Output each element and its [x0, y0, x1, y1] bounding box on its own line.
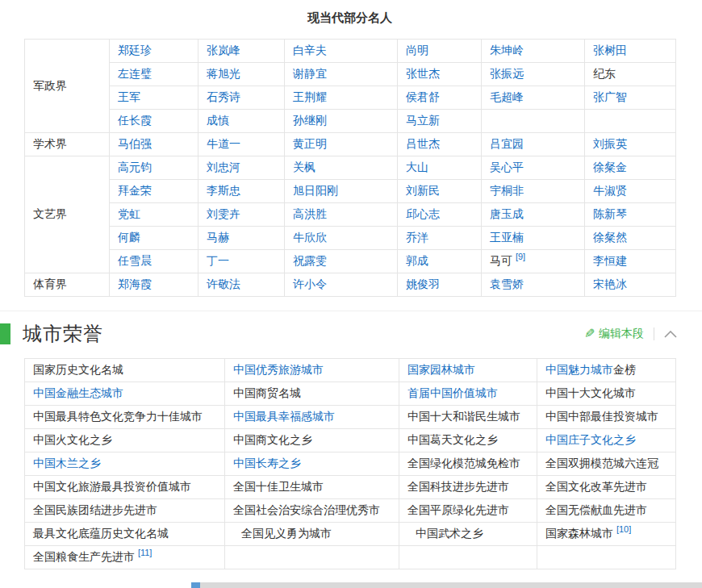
person-link[interactable]: 大山 [406, 161, 428, 173]
person-link[interactable]: 何麟 [118, 231, 140, 244]
honor-text: 中国火文化之乡 [33, 433, 112, 446]
person-link[interactable]: 王亚楠 [490, 231, 524, 244]
honor-link[interactable]: 首届中国价值城市 [407, 386, 498, 399]
partial-gray-bar [200, 582, 702, 588]
person-link[interactable]: 左连璧 [118, 67, 152, 80]
person-link[interactable]: 尚明 [406, 44, 428, 56]
honor-link[interactable]: 中国金融生态城市 [33, 386, 123, 399]
honor-cell: 中国十大文化城市 [537, 382, 676, 406]
person-link[interactable]: 黄正明 [293, 137, 327, 150]
person-link[interactable]: 张世杰 [406, 67, 440, 80]
person-link[interactable]: 李恒建 [593, 254, 627, 267]
person-link[interactable]: 牛淑贤 [593, 184, 627, 197]
person-link[interactable]: 石秀诗 [207, 90, 240, 103]
person-link[interactable]: 徐粲金 [593, 161, 627, 173]
honor-text: 全国无偿献血先进市 [545, 503, 647, 516]
person-link[interactable]: 徐粲然 [593, 231, 627, 244]
person-link[interactable]: 朱坤岭 [490, 44, 524, 56]
person-link[interactable]: 唐玉成 [490, 207, 524, 220]
person-link[interactable]: 侯君舒 [406, 90, 440, 103]
person-link[interactable]: 宋艳冰 [593, 277, 627, 290]
person-cell: 刘忠河 [198, 156, 285, 180]
reference-sup: [9] [516, 251, 525, 261]
person-cell: 毛超峰 [482, 86, 585, 110]
person-link[interactable]: 袁雪娇 [490, 277, 524, 290]
person-link[interactable]: 蒋旭光 [207, 67, 240, 80]
reference-link[interactable]: [11] [138, 548, 153, 557]
honor-link[interactable]: 中国最具幸福感城市 [233, 410, 335, 423]
honor-link[interactable]: 中国庄子文化之乡 [545, 433, 636, 446]
reference-link[interactable]: [9] [516, 252, 525, 261]
person-link[interactable]: 陈新琴 [593, 207, 627, 220]
person-link[interactable]: 马赫 [207, 231, 229, 244]
person-link[interactable]: 旭日阳刚 [293, 184, 338, 197]
person-link[interactable]: 拜金荣 [118, 184, 152, 197]
person-link[interactable]: 任雪晨 [118, 254, 152, 267]
people-row: 学术界马伯强牛道一黄正明吕世杰吕宜园刘振英 [25, 133, 676, 156]
person-cell: 侯君舒 [398, 86, 482, 110]
person-link[interactable]: 张树田 [593, 44, 627, 56]
person-link[interactable]: 刘振英 [593, 137, 627, 150]
person-link[interactable]: 郭成 [406, 254, 428, 267]
person-link[interactable]: 王军 [118, 90, 140, 103]
person-link[interactable]: 李斯忠 [207, 184, 240, 197]
person-link[interactable]: 毛超峰 [490, 90, 524, 103]
person-link[interactable]: 牛道一 [207, 137, 240, 150]
person-link[interactable]: 宇桐非 [490, 184, 524, 197]
person-cell: 张振远 [482, 63, 585, 86]
person-link[interactable]: 乔洋 [406, 231, 428, 244]
person-cell: 马立新 [398, 110, 482, 133]
honor-link[interactable]: 中国魅力城市 [545, 363, 613, 376]
person-link[interactable]: 党虹 [118, 207, 140, 220]
person-link[interactable]: 邱心志 [406, 207, 440, 220]
person-link[interactable]: 张广智 [593, 90, 627, 103]
honor-link[interactable]: 中国木兰之乡 [33, 457, 101, 469]
honor-link[interactable]: 国家园林城市 [407, 363, 475, 376]
person-link[interactable]: 郑海霞 [118, 277, 152, 290]
person-cell: 牛淑贤 [585, 180, 676, 203]
chevron-up-icon[interactable] [664, 331, 677, 338]
person-link[interactable]: 孙继刚 [293, 114, 327, 127]
honor-text: 中国商贸名城 [233, 386, 301, 399]
section-marker [0, 323, 10, 344]
person-cell: 王亚楠 [482, 227, 585, 250]
person-link[interactable]: 张振远 [490, 67, 524, 80]
person-link[interactable]: 马立新 [406, 114, 440, 127]
person-link[interactable]: 丁一 [207, 254, 229, 267]
person-link[interactable]: 刘忠河 [207, 161, 240, 173]
person-link[interactable]: 白辛夫 [293, 44, 327, 56]
person-link[interactable]: 高元钧 [118, 161, 152, 173]
person-link[interactable]: 刘雯卉 [207, 207, 240, 220]
honor-link[interactable]: 中国优秀旅游城市 [233, 363, 324, 376]
honor-link[interactable]: 中国长寿之乡 [233, 457, 301, 469]
reference-link[interactable]: [10] [616, 524, 631, 534]
person-cell: 吴心平 [482, 156, 585, 180]
person-link[interactable]: 郑廷珍 [118, 44, 152, 56]
person-link[interactable]: 许小令 [293, 277, 327, 290]
person-link[interactable]: 王荆耀 [293, 90, 327, 103]
person-link[interactable]: 张岚峰 [207, 44, 240, 56]
person-link[interactable]: 吴心平 [490, 161, 524, 173]
person-link[interactable]: 吕宜园 [490, 137, 524, 150]
person-cell: 姚俊羽 [398, 273, 482, 297]
person-link[interactable]: 祝露雯 [293, 254, 327, 267]
edit-section-link[interactable]: ✎ 编辑本段 [584, 327, 644, 341]
person-link[interactable]: 许敬法 [207, 277, 240, 290]
honor-cell: 全国科技进步先进市 [399, 476, 537, 499]
person-link[interactable]: 吕世杰 [406, 137, 440, 150]
person-cell: 白辛夫 [285, 40, 398, 63]
section-title: 城市荣誉 [23, 321, 103, 347]
person-link[interactable]: 谢静宜 [293, 67, 327, 80]
honor-cell: 全国绿化模范城免检市 [399, 452, 537, 476]
person-link[interactable]: 牛欣欣 [293, 231, 327, 244]
person-cell: 马赫 [198, 227, 285, 250]
person-link[interactable]: 关枫 [293, 161, 315, 173]
people-row: 党虹刘雯卉高洪胜邱心志唐玉成陈新琴 [25, 203, 676, 227]
person-link[interactable]: 刘新民 [406, 184, 440, 197]
person-link[interactable]: 姚俊羽 [406, 277, 440, 290]
person-link[interactable]: 任长霞 [118, 114, 152, 127]
section-controls: ✎ 编辑本段 [584, 327, 677, 341]
person-link[interactable]: 高洪胜 [293, 207, 327, 220]
person-link[interactable]: 马伯强 [118, 137, 152, 150]
person-link[interactable]: 成慎 [207, 114, 229, 127]
